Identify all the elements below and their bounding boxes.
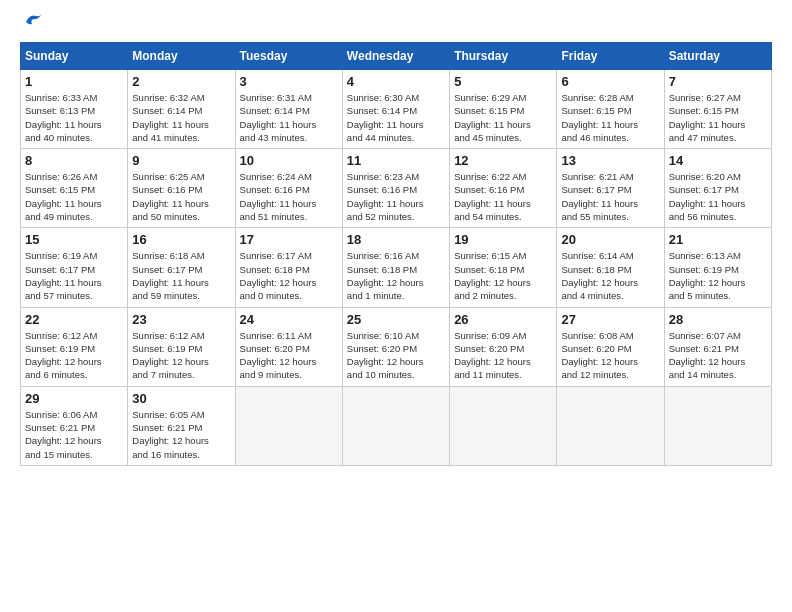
calendar-header-friday: Friday xyxy=(557,43,664,70)
day-info: Sunrise: 6:10 AMSunset: 6:20 PMDaylight:… xyxy=(347,329,445,382)
day-info: Sunrise: 6:33 AMSunset: 6:13 PMDaylight:… xyxy=(25,91,123,144)
calendar-cell: 4Sunrise: 6:30 AMSunset: 6:14 PMDaylight… xyxy=(342,70,449,149)
calendar-cell: 13Sunrise: 6:21 AMSunset: 6:17 PMDayligh… xyxy=(557,149,664,228)
day-number: 22 xyxy=(25,312,123,327)
calendar-header-saturday: Saturday xyxy=(664,43,771,70)
calendar-cell: 12Sunrise: 6:22 AMSunset: 6:16 PMDayligh… xyxy=(450,149,557,228)
day-info: Sunrise: 6:28 AMSunset: 6:15 PMDaylight:… xyxy=(561,91,659,144)
day-number: 4 xyxy=(347,74,445,89)
calendar-cell: 9Sunrise: 6:25 AMSunset: 6:16 PMDaylight… xyxy=(128,149,235,228)
day-info: Sunrise: 6:30 AMSunset: 6:14 PMDaylight:… xyxy=(347,91,445,144)
calendar-cell: 10Sunrise: 6:24 AMSunset: 6:16 PMDayligh… xyxy=(235,149,342,228)
calendar-cell xyxy=(342,386,449,465)
calendar-week-3: 15Sunrise: 6:19 AMSunset: 6:17 PMDayligh… xyxy=(21,228,772,307)
calendar-cell xyxy=(235,386,342,465)
day-info: Sunrise: 6:13 AMSunset: 6:19 PMDaylight:… xyxy=(669,249,767,302)
calendar-cell: 23Sunrise: 6:12 AMSunset: 6:19 PMDayligh… xyxy=(128,307,235,386)
calendar-cell: 16Sunrise: 6:18 AMSunset: 6:17 PMDayligh… xyxy=(128,228,235,307)
day-info: Sunrise: 6:12 AMSunset: 6:19 PMDaylight:… xyxy=(25,329,123,382)
day-number: 16 xyxy=(132,232,230,247)
calendar-cell: 17Sunrise: 6:17 AMSunset: 6:18 PMDayligh… xyxy=(235,228,342,307)
calendar-cell: 14Sunrise: 6:20 AMSunset: 6:17 PMDayligh… xyxy=(664,149,771,228)
day-number: 26 xyxy=(454,312,552,327)
day-info: Sunrise: 6:15 AMSunset: 6:18 PMDaylight:… xyxy=(454,249,552,302)
day-info: Sunrise: 6:25 AMSunset: 6:16 PMDaylight:… xyxy=(132,170,230,223)
day-info: Sunrise: 6:16 AMSunset: 6:18 PMDaylight:… xyxy=(347,249,445,302)
calendar-cell xyxy=(664,386,771,465)
day-number: 13 xyxy=(561,153,659,168)
day-number: 8 xyxy=(25,153,123,168)
calendar-week-5: 29Sunrise: 6:06 AMSunset: 6:21 PMDayligh… xyxy=(21,386,772,465)
day-info: Sunrise: 6:23 AMSunset: 6:16 PMDaylight:… xyxy=(347,170,445,223)
calendar-header-tuesday: Tuesday xyxy=(235,43,342,70)
day-number: 25 xyxy=(347,312,445,327)
calendar-cell: 8Sunrise: 6:26 AMSunset: 6:15 PMDaylight… xyxy=(21,149,128,228)
calendar-cell: 26Sunrise: 6:09 AMSunset: 6:20 PMDayligh… xyxy=(450,307,557,386)
day-info: Sunrise: 6:32 AMSunset: 6:14 PMDaylight:… xyxy=(132,91,230,144)
day-info: Sunrise: 6:19 AMSunset: 6:17 PMDaylight:… xyxy=(25,249,123,302)
calendar-cell: 25Sunrise: 6:10 AMSunset: 6:20 PMDayligh… xyxy=(342,307,449,386)
day-info: Sunrise: 6:07 AMSunset: 6:21 PMDaylight:… xyxy=(669,329,767,382)
day-info: Sunrise: 6:22 AMSunset: 6:16 PMDaylight:… xyxy=(454,170,552,223)
day-info: Sunrise: 6:06 AMSunset: 6:21 PMDaylight:… xyxy=(25,408,123,461)
day-number: 12 xyxy=(454,153,552,168)
day-number: 17 xyxy=(240,232,338,247)
calendar-week-4: 22Sunrise: 6:12 AMSunset: 6:19 PMDayligh… xyxy=(21,307,772,386)
calendar-cell: 3Sunrise: 6:31 AMSunset: 6:14 PMDaylight… xyxy=(235,70,342,149)
day-info: Sunrise: 6:27 AMSunset: 6:15 PMDaylight:… xyxy=(669,91,767,144)
day-info: Sunrise: 6:12 AMSunset: 6:19 PMDaylight:… xyxy=(132,329,230,382)
day-number: 28 xyxy=(669,312,767,327)
calendar-cell: 1Sunrise: 6:33 AMSunset: 6:13 PMDaylight… xyxy=(21,70,128,149)
calendar-cell: 21Sunrise: 6:13 AMSunset: 6:19 PMDayligh… xyxy=(664,228,771,307)
calendar-cell: 15Sunrise: 6:19 AMSunset: 6:17 PMDayligh… xyxy=(21,228,128,307)
day-number: 5 xyxy=(454,74,552,89)
day-number: 3 xyxy=(240,74,338,89)
calendar-cell: 24Sunrise: 6:11 AMSunset: 6:20 PMDayligh… xyxy=(235,307,342,386)
calendar-cell: 19Sunrise: 6:15 AMSunset: 6:18 PMDayligh… xyxy=(450,228,557,307)
calendar-cell: 2Sunrise: 6:32 AMSunset: 6:14 PMDaylight… xyxy=(128,70,235,149)
calendar-header-row: SundayMondayTuesdayWednesdayThursdayFrid… xyxy=(21,43,772,70)
calendar-cell xyxy=(557,386,664,465)
calendar-cell: 27Sunrise: 6:08 AMSunset: 6:20 PMDayligh… xyxy=(557,307,664,386)
day-info: Sunrise: 6:17 AMSunset: 6:18 PMDaylight:… xyxy=(240,249,338,302)
day-number: 29 xyxy=(25,391,123,406)
logo-bird-icon xyxy=(22,12,44,32)
calendar-header-wednesday: Wednesday xyxy=(342,43,449,70)
calendar-cell xyxy=(450,386,557,465)
day-info: Sunrise: 6:05 AMSunset: 6:21 PMDaylight:… xyxy=(132,408,230,461)
day-info: Sunrise: 6:21 AMSunset: 6:17 PMDaylight:… xyxy=(561,170,659,223)
day-info: Sunrise: 6:26 AMSunset: 6:15 PMDaylight:… xyxy=(25,170,123,223)
day-info: Sunrise: 6:09 AMSunset: 6:20 PMDaylight:… xyxy=(454,329,552,382)
day-number: 15 xyxy=(25,232,123,247)
calendar-table: SundayMondayTuesdayWednesdayThursdayFrid… xyxy=(20,42,772,466)
calendar-cell: 5Sunrise: 6:29 AMSunset: 6:15 PMDaylight… xyxy=(450,70,557,149)
day-number: 10 xyxy=(240,153,338,168)
calendar-week-2: 8Sunrise: 6:26 AMSunset: 6:15 PMDaylight… xyxy=(21,149,772,228)
day-number: 30 xyxy=(132,391,230,406)
day-number: 19 xyxy=(454,232,552,247)
page-header xyxy=(20,20,772,32)
calendar-week-1: 1Sunrise: 6:33 AMSunset: 6:13 PMDaylight… xyxy=(21,70,772,149)
calendar-cell: 28Sunrise: 6:07 AMSunset: 6:21 PMDayligh… xyxy=(664,307,771,386)
logo xyxy=(20,20,44,32)
calendar-cell: 11Sunrise: 6:23 AMSunset: 6:16 PMDayligh… xyxy=(342,149,449,228)
calendar-cell: 18Sunrise: 6:16 AMSunset: 6:18 PMDayligh… xyxy=(342,228,449,307)
day-number: 6 xyxy=(561,74,659,89)
day-number: 23 xyxy=(132,312,230,327)
calendar-cell: 7Sunrise: 6:27 AMSunset: 6:15 PMDaylight… xyxy=(664,70,771,149)
day-number: 1 xyxy=(25,74,123,89)
day-info: Sunrise: 6:08 AMSunset: 6:20 PMDaylight:… xyxy=(561,329,659,382)
calendar-header-thursday: Thursday xyxy=(450,43,557,70)
day-number: 20 xyxy=(561,232,659,247)
day-number: 18 xyxy=(347,232,445,247)
calendar-cell: 30Sunrise: 6:05 AMSunset: 6:21 PMDayligh… xyxy=(128,386,235,465)
day-info: Sunrise: 6:14 AMSunset: 6:18 PMDaylight:… xyxy=(561,249,659,302)
day-info: Sunrise: 6:24 AMSunset: 6:16 PMDaylight:… xyxy=(240,170,338,223)
day-info: Sunrise: 6:11 AMSunset: 6:20 PMDaylight:… xyxy=(240,329,338,382)
calendar-cell: 20Sunrise: 6:14 AMSunset: 6:18 PMDayligh… xyxy=(557,228,664,307)
day-number: 27 xyxy=(561,312,659,327)
day-number: 9 xyxy=(132,153,230,168)
calendar-header-sunday: Sunday xyxy=(21,43,128,70)
day-number: 7 xyxy=(669,74,767,89)
day-number: 21 xyxy=(669,232,767,247)
